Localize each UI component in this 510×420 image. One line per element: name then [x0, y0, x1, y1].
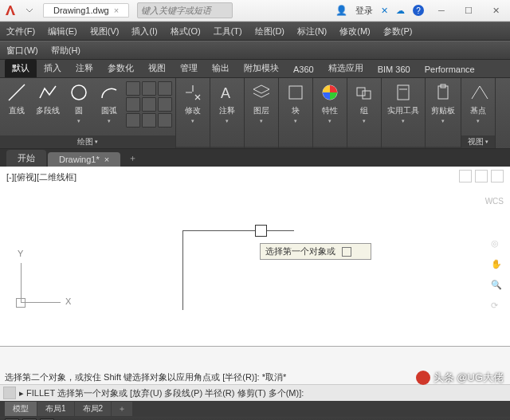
layout-1[interactable]: 布局1 [37, 402, 74, 416]
menu-dimension[interactable]: 标注(N) [291, 26, 333, 37]
svg-rect-5 [357, 88, 365, 96]
panel-modify-title [176, 147, 210, 148]
layout-model[interactable]: 模型 [5, 402, 37, 416]
tab-performance[interactable]: Performance [418, 61, 482, 77]
tooltip-options-icon[interactable] [342, 247, 351, 257]
cloud-icon[interactable]: ☁ [396, 6, 405, 16]
viewcube[interactable]: WCS [459, 170, 504, 206]
group-icon [353, 81, 375, 104]
viewport-label[interactable]: [-][俯视][二维线框] [6, 171, 76, 183]
login-button[interactable]: 登录 [355, 5, 373, 17]
tab-output[interactable]: 输出 [205, 59, 237, 77]
menu-modify[interactable]: 修改(M) [333, 26, 377, 37]
menu-draw[interactable]: 绘图(D) [249, 26, 291, 37]
steering-wheel-icon[interactable]: ◎ [491, 238, 505, 253]
pan-icon[interactable]: ✋ [491, 259, 505, 273]
drawn-line-horizontal [182, 230, 294, 231]
annotate-button[interactable]: A注释▾ [214, 80, 241, 126]
draw-extras[interactable] [126, 80, 172, 128]
menu-help[interactable]: 帮助(H) [45, 45, 87, 57]
modify-button[interactable]: 修改▾ [179, 80, 206, 126]
block-icon [284, 81, 307, 104]
modify-icon [182, 81, 204, 104]
zoom-icon[interactable]: 🔍 [491, 280, 505, 294]
drawn-line-vertical [182, 230, 183, 310]
qat-dropdown-icon[interactable] [24, 5, 35, 16]
svg-rect-3 [289, 86, 302, 99]
tab-insert[interactable]: 插入 [37, 59, 69, 77]
clipboard-button[interactable]: 剪贴板▾ [429, 80, 457, 126]
menu-format[interactable]: 格式(O) [164, 26, 207, 37]
tab-a360[interactable]: A360 [286, 61, 321, 77]
menu-window[interactable]: 窗口(W) [0, 45, 45, 57]
minimize-button[interactable]: ─ [432, 2, 451, 18]
circle-icon [68, 81, 90, 104]
svg-text:A: A [221, 85, 230, 101]
svg-rect-6 [363, 91, 371, 99]
tab-view[interactable]: 视图 [141, 59, 173, 77]
menu-view[interactable]: 视图(V) [84, 26, 126, 37]
signin-icon[interactable]: 👤 [335, 5, 347, 16]
document-title-tab[interactable]: Drawing1.dwg× [43, 3, 129, 18]
basepoint-icon [467, 81, 489, 104]
close-tab-icon[interactable]: × [104, 155, 109, 164]
menu-tools[interactable]: 工具(T) [207, 26, 249, 37]
group-button[interactable]: 组▾ [351, 80, 378, 126]
menu-parametric[interactable]: 参数(P) [377, 26, 419, 37]
block-button[interactable]: 块▾ [282, 80, 309, 126]
color-wheel-icon [319, 81, 341, 104]
menubar-row2: 窗口(W) 帮助(H) [0, 41, 510, 60]
menubar-row1: 文件(F) 编辑(E) 视图(V) 插入(I) 格式(O) 工具(T) 绘图(D… [0, 22, 510, 41]
tab-addins[interactable]: 附加模块 [237, 59, 286, 77]
tab-manage[interactable]: 管理 [173, 59, 205, 77]
document-name: Drawing1.dwg [53, 6, 109, 15]
orbit-icon[interactable]: ⟳ [491, 300, 505, 315]
tab-annotate[interactable]: 注释 [69, 59, 100, 77]
command-tooltip: 选择第一个对象或 [260, 243, 371, 260]
layer-button[interactable]: 图层▾ [248, 80, 275, 126]
exchange-icon[interactable]: ✕ [381, 6, 388, 16]
tab-featured[interactable]: 精选应用 [321, 59, 371, 77]
ribbon: 直线 多段线 圆▾ 圆弧▾ 绘图▾ 修改▾ A注释▾ 图层▾ 块▾ 特性▾ 组▾… [0, 78, 510, 149]
menu-insert[interactable]: 插入(I) [125, 26, 163, 37]
autocad-app-icon[interactable] [0, 0, 21, 21]
properties-button[interactable]: 特性▾ [316, 80, 343, 126]
utilities-button[interactable]: 实用工具▾ [385, 80, 422, 126]
layout-2[interactable]: 布局2 [75, 402, 112, 416]
command-flyout-icon[interactable] [3, 387, 16, 399]
tab-parametric[interactable]: 参数化 [100, 59, 141, 77]
line-icon [6, 81, 28, 104]
line-button[interactable]: 直线 [3, 80, 30, 118]
basepoint-button[interactable]: 基点▾ [465, 80, 492, 126]
doctab-drawing1[interactable]: Drawing1*× [48, 152, 120, 167]
drawing-viewport[interactable]: [-][俯视][二维线框] WCS ◎ ✋ 🔍 ⟳ 选择第一个对象或 Y X [0, 167, 510, 346]
tab-default[interactable]: 默认 [5, 59, 37, 77]
clipboard-icon [432, 81, 454, 104]
navigation-bar[interactable]: ◎ ✋ 🔍 ⟳ [491, 238, 505, 315]
text-icon: A [216, 81, 238, 104]
svg-point-1 [72, 85, 86, 100]
search-input[interactable] [137, 2, 233, 18]
new-tab-button[interactable]: ＋ [122, 150, 143, 167]
circle-button[interactable]: 圆▾ [65, 80, 92, 126]
doctab-start[interactable]: 开始 [6, 150, 46, 167]
ribbon-tabs: 默认 插入 注释 参数化 视图 管理 输出 附加模块 A360 精选应用 BIM… [0, 60, 510, 78]
command-prompt: ▸ FILLET 选择第一个对象或 [放弃(U) 多段线(P) 半径(R) 修剪… [19, 387, 304, 399]
menu-edit[interactable]: 编辑(E) [41, 26, 84, 37]
tab-bim360[interactable]: BIM 360 [371, 61, 418, 77]
maximize-button[interactable]: ☐ [459, 2, 478, 18]
arc-button[interactable]: 圆弧▾ [96, 80, 123, 126]
calculator-icon [392, 81, 414, 104]
help-icon[interactable]: ? [413, 5, 424, 16]
close-button[interactable]: ✕ [486, 2, 505, 18]
add-layout-button[interactable]: ＋ [112, 402, 132, 416]
status-bar: 116.3808, 131.1718, 0.0000 模型 ▦ ┼ ∟ 1:1 … [0, 417, 510, 420]
close-doc-icon[interactable]: × [114, 6, 119, 15]
polyline-button[interactable]: 多段线 [33, 80, 62, 118]
panel-draw-title[interactable]: 绘图▾ [0, 135, 175, 148]
watermark-avatar-icon [416, 371, 430, 385]
command-input[interactable] [307, 387, 507, 398]
cursor-pickbox [255, 225, 267, 237]
layer-icon [250, 81, 273, 104]
menu-file[interactable]: 文件(F) [0, 26, 41, 37]
